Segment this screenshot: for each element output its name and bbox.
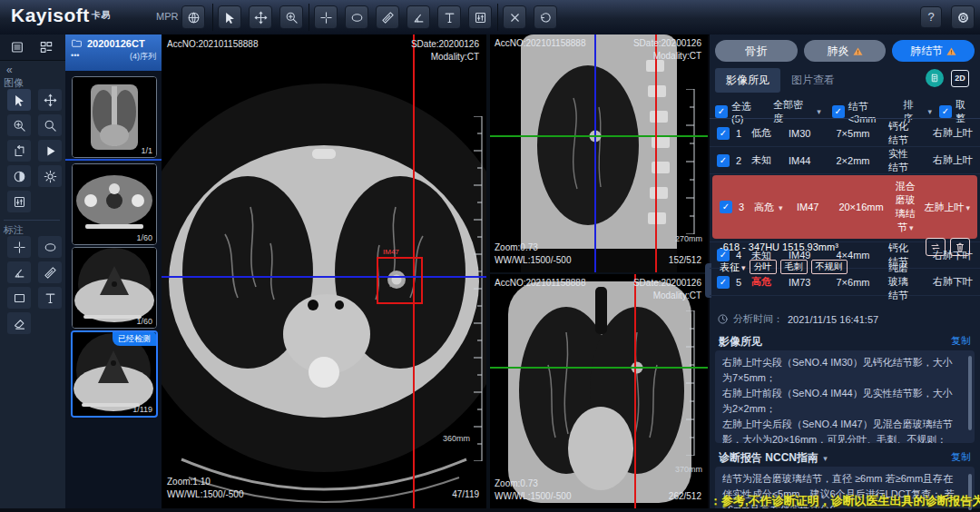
text-annotate-button[interactable] bbox=[38, 287, 62, 309]
coronal-viewport[interactable]: 370mm AccNO:202101158888 SDate:20200126M… bbox=[490, 274, 708, 508]
app-logo: Kayisoft卡易 bbox=[11, 5, 111, 26]
ellipse-tool-button[interactable] bbox=[345, 5, 368, 29]
brightness-button[interactable] bbox=[38, 165, 62, 187]
sagittal-status: Zoom:0.73WW/WL:1500/-500 bbox=[495, 241, 571, 267]
sagittal-reference-line[interactable] bbox=[655, 34, 657, 272]
feature-chip[interactable]: 毛刺 bbox=[780, 260, 808, 274]
study-menu-dots[interactable]: ••• bbox=[71, 51, 79, 63]
reset-button[interactable] bbox=[534, 5, 557, 29]
axial-scale-label: 360mm bbox=[443, 434, 470, 443]
tab-image-view[interactable]: 图片查看 bbox=[780, 68, 846, 93]
series-thumbnail-4-selected[interactable]: 已经检测 1/119 bbox=[71, 330, 158, 418]
findings-scrollbar[interactable] bbox=[968, 356, 972, 430]
clock-icon bbox=[717, 313, 729, 325]
coronal-slice-index: 262/512 bbox=[669, 490, 701, 503]
magnify-tool-button[interactable] bbox=[38, 114, 62, 136]
help-button[interactable]: ? bbox=[920, 6, 942, 28]
sagittal-viewport[interactable]: 270mm AccNO:202101158888 SDate:20200126M… bbox=[490, 34, 708, 272]
settings-button[interactable] bbox=[951, 5, 975, 29]
series-thumbnail-1[interactable]: 1/1 bbox=[72, 76, 157, 158]
crosshair-tool-button[interactable] bbox=[314, 5, 338, 29]
warning-icon bbox=[853, 46, 863, 56]
disclaimer-marquee: ：参考,不作诊断证明，诊断以医生出具的诊断报告为准！ bbox=[710, 493, 980, 509]
nodule-row-2[interactable]: ✓ 2未知 IM442×2mm 实性结节右肺上叶 bbox=[710, 147, 980, 174]
nodule-roi-label: IM47 bbox=[383, 248, 399, 256]
zoom-in-tool-button[interactable] bbox=[7, 114, 31, 136]
nodule-row-3-selected[interactable]: ✓ 3 高危 ▾ IM47 20×16mm 混合磨玻璃结节▾ 左肺上叶▾ -61… bbox=[712, 175, 977, 239]
axial-reference-line[interactable] bbox=[490, 367, 708, 369]
ai-module-buttons: 骨折 肺炎 肺结节 bbox=[715, 40, 975, 62]
window-level-button[interactable] bbox=[7, 191, 31, 212]
delete-nodule-button[interactable] bbox=[950, 238, 970, 256]
recalculate-button[interactable] bbox=[926, 238, 946, 256]
cine-play-button[interactable] bbox=[38, 140, 62, 162]
ruler-annotate-button[interactable] bbox=[38, 261, 62, 283]
angle-tool-button[interactable] bbox=[407, 5, 430, 29]
ellipse-annotate-button[interactable] bbox=[38, 236, 62, 258]
axial-study-info: SDate:20200126Modality:CT bbox=[411, 38, 479, 64]
lung-nodule-button[interactable]: 肺结节 bbox=[892, 40, 975, 62]
grade-select[interactable]: 高危 ▾ bbox=[754, 201, 790, 214]
row-checkbox[interactable]: ✓ bbox=[717, 154, 730, 167]
window-level-button[interactable] bbox=[468, 5, 492, 29]
nodule-row-1[interactable]: ✓ 1低危 IM307×5mm 钙化结节右肺上叶 bbox=[710, 120, 980, 147]
fracture-button[interactable]: 骨折 bbox=[715, 40, 798, 62]
report-section-header: 诊断报告 NCCN指南 ▾ 复制 bbox=[710, 450, 980, 466]
small-nodule-checkbox[interactable]: ✓ bbox=[832, 105, 845, 118]
2d-mode-button[interactable]: 2D bbox=[951, 69, 969, 87]
select-all-checkbox[interactable]: ✓ bbox=[715, 105, 728, 118]
ruler-tool-button[interactable] bbox=[376, 5, 399, 29]
row-checkbox[interactable]: ✓ bbox=[720, 201, 732, 213]
nodule-roi-box[interactable] bbox=[377, 257, 423, 304]
zoom-tool-button[interactable] bbox=[279, 5, 303, 29]
top-toolbar: Kayisoft卡易 MPR ? bbox=[0, 0, 980, 35]
clear-annotations-button[interactable] bbox=[503, 5, 526, 29]
tab-findings[interactable]: 影像所见 bbox=[715, 68, 780, 93]
mpr-mode-button[interactable] bbox=[181, 5, 205, 29]
pan-tool-button[interactable] bbox=[38, 89, 62, 111]
row-checkbox[interactable]: ✓ bbox=[717, 127, 730, 140]
axial-ct-image bbox=[162, 34, 486, 508]
series-list-view-button[interactable] bbox=[7, 38, 27, 56]
text-tool-button[interactable] bbox=[437, 5, 461, 29]
location-select[interactable]: 左肺上叶▾ bbox=[924, 201, 970, 214]
rectangle-annotate-button[interactable] bbox=[7, 287, 31, 309]
series-thumbnail-2[interactable]: 1/60 bbox=[72, 163, 157, 245]
type-select[interactable]: 混合磨玻璃结节▾ bbox=[893, 180, 917, 234]
feature-select[interactable]: 表征▾ bbox=[720, 261, 746, 274]
pan-tool-button[interactable] bbox=[249, 5, 272, 29]
collapse-panel-button[interactable]: « bbox=[6, 64, 13, 76]
feature-chip[interactable]: 不规则 bbox=[811, 260, 848, 274]
mpr-label: MPR bbox=[156, 11, 178, 22]
study-tab[interactable]: 20200126CT •••(4)序列 bbox=[65, 34, 162, 71]
cursor-tool-button[interactable] bbox=[218, 5, 241, 29]
series-thumbnail-3[interactable]: 1/60 bbox=[72, 247, 157, 329]
toolbar-separator bbox=[212, 4, 213, 31]
copy-report-button[interactable]: 复制 bbox=[951, 450, 971, 466]
coronal-scale-label: 370mm bbox=[675, 465, 702, 474]
copy-findings-button[interactable]: 复制 bbox=[951, 334, 971, 350]
thumb-index: 1/119 bbox=[132, 405, 152, 414]
row-checkbox[interactable]: ✓ bbox=[717, 276, 730, 289]
series-layout-view-button[interactable] bbox=[36, 38, 56, 56]
axial-viewport[interactable]: IM47 360mm AccNO:202101158888 SDate:2020… bbox=[162, 34, 486, 508]
thumb-index: 1/60 bbox=[136, 233, 152, 242]
coronal-reference-line[interactable] bbox=[594, 34, 596, 272]
round-checkbox[interactable]: ✓ bbox=[939, 105, 952, 118]
feature-chip[interactable]: 分叶 bbox=[750, 260, 777, 274]
findings-text: 右肺上叶尖段（SeNO.4 IM30）见钙化结节影，大小为7×5mm； 右肺上叶… bbox=[715, 350, 975, 443]
sagittal-reference-line[interactable] bbox=[634, 274, 636, 508]
report-icon[interactable] bbox=[926, 69, 944, 87]
eraser-button[interactable] bbox=[7, 312, 31, 334]
coronal-reference-line[interactable] bbox=[162, 276, 486, 278]
thumb-index: 1/1 bbox=[141, 146, 152, 155]
crosshair-annotate-button[interactable] bbox=[7, 236, 31, 258]
study-name: 20200126CT bbox=[87, 38, 145, 49]
axial-reference-line[interactable] bbox=[490, 135, 708, 137]
cursor-tool-button[interactable] bbox=[7, 89, 31, 111]
pneumonia-button[interactable]: 肺炎 bbox=[804, 40, 887, 62]
chevron-down-icon: ▾ bbox=[823, 454, 828, 463]
angle-annotate-button[interactable] bbox=[7, 261, 31, 283]
rotate-tool-button[interactable] bbox=[7, 140, 31, 162]
invert-contrast-button[interactable] bbox=[7, 165, 31, 187]
